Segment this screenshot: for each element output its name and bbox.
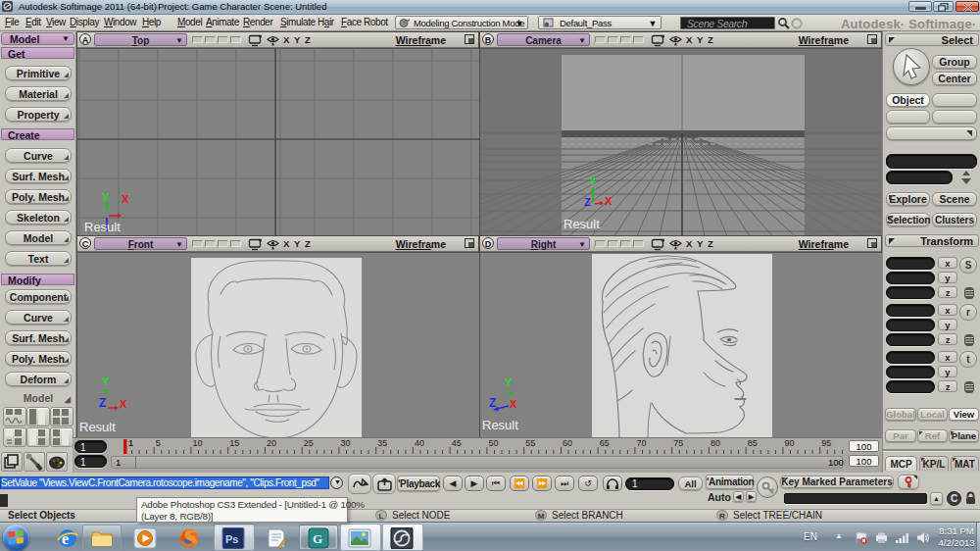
svg-text:90: 90	[784, 438, 794, 448]
svg-text:X: X	[605, 195, 612, 207]
svg-text:45: 45	[452, 438, 462, 448]
svg-text:15: 15	[229, 438, 239, 448]
svg-text:Y: Y	[697, 34, 704, 45]
svg-text:65: 65	[600, 438, 610, 448]
svg-text:Z: Z	[99, 396, 106, 410]
svg-text:40: 40	[415, 438, 424, 448]
svg-text:20: 20	[267, 438, 276, 448]
svg-text:Result: Result	[79, 420, 116, 434]
svg-text:X: X	[686, 238, 693, 249]
svg-text:5: 5	[156, 438, 161, 448]
svg-text:Y: Y	[294, 34, 301, 45]
svg-text:X: X	[283, 238, 290, 249]
svg-text:Z: Z	[305, 238, 311, 249]
svg-text:Z: Z	[584, 196, 591, 208]
svg-text:55: 55	[525, 438, 535, 448]
svg-text:X: X	[283, 34, 290, 45]
svg-text:10: 10	[192, 438, 202, 448]
svg-text:Y: Y	[697, 238, 704, 249]
svg-text:25: 25	[304, 438, 314, 448]
svg-text:Result: Result	[84, 220, 121, 234]
svg-text:X: X	[510, 398, 517, 410]
svg-text:30: 30	[340, 438, 350, 448]
svg-text:Z: Z	[489, 396, 496, 410]
svg-text:Result: Result	[482, 418, 518, 432]
svg-text:35: 35	[377, 438, 387, 448]
svg-text:Y: Y	[294, 238, 301, 249]
svg-text:95: 95	[821, 438, 831, 448]
svg-text:X: X	[686, 34, 693, 45]
svg-text:Y: Y	[102, 191, 110, 203]
svg-text:50: 50	[488, 438, 498, 448]
svg-text:Result: Result	[564, 217, 600, 231]
svg-text:Y: Y	[505, 376, 513, 388]
svg-text:60: 60	[563, 438, 572, 448]
svg-text:X: X	[122, 193, 129, 205]
svg-text:1: 1	[128, 438, 133, 448]
svg-text:75: 75	[673, 438, 683, 448]
svg-text:Z: Z	[305, 34, 311, 45]
svg-text:Y: Y	[102, 376, 110, 387]
svg-text:70: 70	[636, 438, 646, 448]
svg-text:Z: Z	[708, 238, 713, 249]
svg-text:80: 80	[710, 438, 720, 448]
svg-text:Y: Y	[589, 175, 597, 187]
svg-text:85: 85	[748, 438, 758, 448]
svg-text:Z: Z	[708, 34, 713, 45]
svg-text:X: X	[120, 398, 127, 410]
